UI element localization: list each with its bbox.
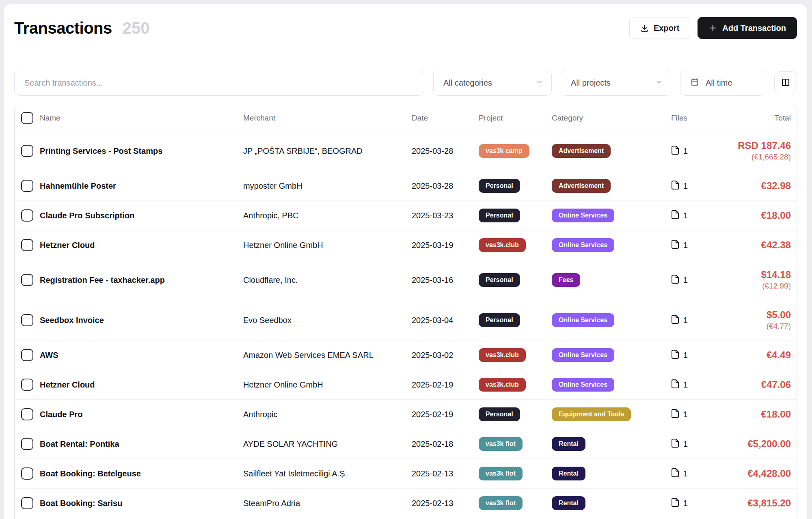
files-cell: 1	[671, 210, 708, 222]
row-checkbox[interactable]	[21, 145, 33, 157]
row-checkbox[interactable]	[21, 314, 33, 326]
row-checkbox[interactable]	[21, 180, 33, 192]
files-cell: 1	[671, 314, 708, 326]
plus-icon	[708, 24, 717, 32]
page-title: Transactions	[14, 19, 112, 37]
total-converted: (€1,665.28)	[708, 153, 791, 162]
export-button[interactable]: Export	[629, 17, 690, 39]
row-checkbox[interactable]	[21, 438, 33, 450]
table-row[interactable]: Claude Pro Anthropic 2025-02-19 Personal…	[15, 400, 797, 429]
merchant-name: Hetzner Online GmbH	[243, 380, 412, 390]
file-count: 1	[683, 146, 688, 156]
row-checkbox[interactable]	[21, 349, 33, 361]
row-checkbox[interactable]	[21, 467, 33, 480]
category-badge: Online Services	[552, 348, 614, 362]
category-cell: Rental	[552, 496, 671, 510]
row-checkbox-cell	[15, 497, 40, 509]
col-header-category: Category	[552, 114, 671, 123]
file-icon	[671, 314, 679, 326]
file-icon	[671, 239, 679, 251]
category-cell: Online Services	[552, 238, 671, 252]
row-checkbox-cell	[15, 209, 40, 222]
transaction-name: Registration Fee - taxhacker.app	[40, 276, 243, 285]
content-card: Transactions 250 Export Add Transaction …	[4, 4, 807, 519]
merchant-name: myposter GmbH	[243, 181, 412, 191]
table-row[interactable]: Printing Services - Post Stamps JP „POŠT…	[15, 131, 797, 171]
files-cell: 1	[671, 379, 708, 391]
files-cell: 1	[671, 497, 708, 509]
total-amount: €47.06	[708, 379, 791, 391]
header-actions: Export Add Transaction	[629, 17, 797, 39]
row-checkbox[interactable]	[21, 379, 33, 391]
download-icon	[640, 24, 649, 32]
row-checkbox-cell	[15, 239, 40, 251]
project-badge: vas3k flot	[479, 437, 523, 451]
transaction-date: 2025-02-13	[412, 499, 479, 508]
category-cell: Rental	[552, 437, 671, 451]
project-cell: Personal	[479, 313, 552, 327]
file-count: 1	[683, 410, 688, 419]
select-all-checkbox[interactable]	[21, 112, 33, 124]
merchant-name: Evo Seedbox	[243, 316, 412, 325]
project-filter[interactable]: All projects	[561, 70, 671, 96]
transaction-name: Hetzner Cloud	[40, 241, 243, 250]
table-row[interactable]: Hetzner Cloud Hetzner Online GmbH 2025-0…	[15, 230, 797, 260]
row-checkbox-cell	[15, 438, 40, 450]
project-cell: vas3k flot	[479, 496, 552, 510]
row-checkbox-cell	[15, 349, 40, 361]
files-cell: 1	[671, 409, 708, 420]
transaction-date: 2025-03-02	[412, 351, 479, 360]
column-toggle-button[interactable]	[774, 71, 797, 94]
table-row[interactable]: Boat Rental: Pontika AYDE SOLAR YACHTING…	[15, 429, 797, 459]
total-amount: RSD 187.46	[708, 140, 791, 152]
file-count: 1	[683, 351, 688, 360]
merchant-name: SteamPro Adria	[243, 499, 412, 508]
file-count: 1	[683, 316, 688, 325]
table-row[interactable]: Hetzner Cloud Hetzner Online GmbH 2025-0…	[15, 370, 797, 400]
columns-icon	[781, 78, 790, 88]
add-transaction-button[interactable]: Add Transaction	[698, 17, 797, 39]
merchant-name: Cloudflare, Inc.	[243, 276, 412, 285]
transaction-date: 2025-02-13	[412, 469, 479, 478]
table-row[interactable]: Boat Booking: Betelgeuse Sailfleet Yat I…	[15, 459, 797, 489]
category-cell: Rental	[552, 467, 671, 480]
total-converted: (€12.99)	[708, 282, 791, 291]
transaction-name: AWS	[40, 351, 243, 360]
project-badge: Personal	[479, 273, 520, 287]
table-row[interactable]: Seedbox Invoice Evo Seedbox 2025-03-04 P…	[15, 300, 797, 340]
total-cell: €32.98	[708, 180, 797, 192]
total-amount: €18.00	[708, 210, 791, 222]
row-checkbox[interactable]	[21, 209, 33, 222]
table-row[interactable]: AWS Amazon Web Services EMEA SARL 2025-0…	[15, 340, 797, 370]
filter-row: All categories All projects All time	[14, 70, 797, 96]
row-checkbox[interactable]	[21, 239, 33, 251]
files-cell: 1	[671, 239, 708, 251]
table-row[interactable]: Registration Fee - taxhacker.app Cloudfl…	[15, 260, 797, 300]
file-icon	[671, 497, 679, 509]
date-range-filter[interactable]: All time	[680, 70, 765, 96]
table-row[interactable]: Boat Booking: Sarisu SteamPro Adria 2025…	[15, 489, 797, 518]
category-badge: Rental	[552, 467, 585, 480]
file-icon	[671, 379, 679, 391]
table-row[interactable]: Hahnemühle Poster myposter GmbH 2025-03-…	[15, 171, 797, 201]
transactions-table: Name Merchant Date Project Category File…	[14, 105, 797, 519]
row-checkbox[interactable]	[21, 408, 33, 420]
project-cell: vas3k.club	[479, 378, 552, 392]
total-cell: €18.00	[708, 409, 797, 420]
file-icon	[671, 210, 679, 222]
row-checkbox-cell	[15, 145, 40, 157]
transaction-date: 2025-03-19	[412, 241, 479, 250]
file-icon	[671, 180, 679, 192]
row-checkbox[interactable]	[21, 497, 33, 509]
row-checkbox[interactable]	[21, 274, 33, 286]
chevron-down-icon	[655, 78, 663, 88]
search-input[interactable]	[14, 70, 424, 96]
category-filter[interactable]: All categories	[433, 70, 552, 96]
project-cell: Personal	[479, 407, 552, 421]
total-amount: €42.38	[708, 239, 791, 251]
transaction-count: 250	[123, 19, 150, 37]
file-count: 1	[683, 380, 688, 390]
transaction-name: Hahnemühle Poster	[40, 181, 243, 191]
table-row[interactable]: Claude Pro Subscription Anthropic, PBC 2…	[15, 201, 797, 230]
files-cell: 1	[671, 468, 708, 480]
